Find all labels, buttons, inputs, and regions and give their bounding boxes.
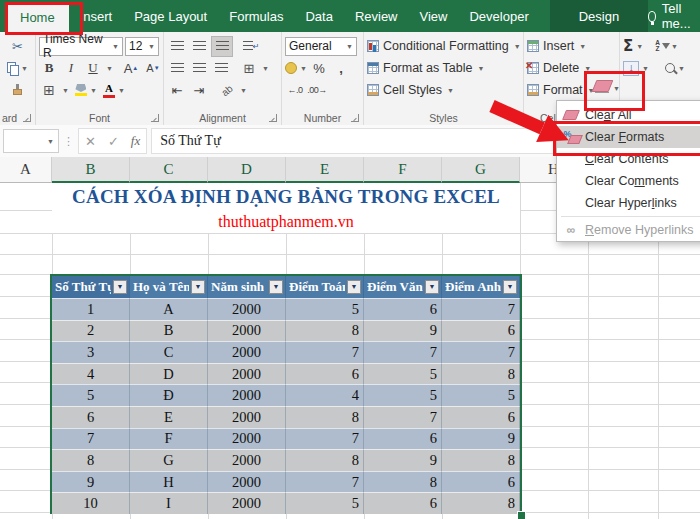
filter-dropdown-button[interactable]: ▼	[503, 280, 517, 294]
increase-decimal-button[interactable]: ←.0	[285, 81, 305, 100]
table-cell[interactable]: 3	[52, 341, 130, 363]
cut-icon[interactable]: ✂	[8, 37, 28, 56]
table-cell[interactable]: 6	[364, 428, 442, 450]
table-cell[interactable]: 8	[286, 406, 364, 428]
column-header-G[interactable]: G	[442, 157, 520, 183]
table-header-cell[interactable]: Họ và Tên▼	[130, 276, 208, 298]
orientation-dropdown-arrow[interactable]: ▼	[240, 87, 247, 94]
table-cell[interactable]: 7	[286, 341, 364, 363]
table-cell[interactable]: 6	[442, 406, 520, 428]
menu-item-clear-all[interactable]: Clear All	[557, 104, 700, 126]
table-header-cell[interactable]: Năm sinh▼	[208, 276, 286, 298]
increase-indent-button[interactable]: ⇥	[189, 81, 209, 100]
font-color-dropdown-arrow[interactable]: ▼	[118, 87, 125, 94]
table-cell[interactable]: I	[130, 492, 208, 514]
filter-dropdown-button[interactable]: ▼	[191, 280, 205, 294]
filter-dropdown-button[interactable]: ▼	[269, 280, 283, 294]
table-cell[interactable]: 6	[442, 320, 520, 342]
tab-review[interactable]: Review	[344, 0, 409, 32]
filter-dropdown-button[interactable]: ▼	[113, 280, 127, 294]
cancel-button[interactable]: ✕	[85, 134, 96, 149]
table-cell[interactable]: 6	[364, 492, 442, 514]
sort-filter-button[interactable]: AZ ▼	[655, 40, 678, 53]
shrink-font-button[interactable]: A▼	[143, 59, 163, 78]
table-header-cell[interactable]: Điểm Anh▼	[442, 276, 520, 298]
table-cell[interactable]: 6	[442, 471, 520, 493]
font-name-combo[interactable]: Times New R▼	[39, 37, 123, 56]
name-box[interactable]: ▼	[3, 129, 59, 153]
align-top-button[interactable]	[167, 37, 187, 56]
table-cell[interactable]: B	[130, 320, 208, 342]
insert-cells-button[interactable]: Insert▼	[527, 36, 586, 57]
table-cell[interactable]: F	[130, 428, 208, 450]
tell-me-button[interactable]: Tell me...	[648, 1, 694, 31]
table-cell[interactable]: 2	[52, 320, 130, 342]
table-cell[interactable]: 4	[286, 384, 364, 406]
table-cell[interactable]: 8	[442, 449, 520, 471]
filter-dropdown-button[interactable]: ▼	[425, 280, 439, 294]
tab-view[interactable]: View	[409, 0, 459, 32]
copy-dropdown-arrow[interactable]: ▼	[21, 65, 28, 72]
fill-color-dropdown-arrow[interactable]: ▼	[90, 87, 97, 94]
table-cell[interactable]: 7	[364, 406, 442, 428]
tab-developer[interactable]: Developer	[458, 0, 539, 32]
menu-item-clear-formats[interactable]: %Clear Formats	[557, 126, 700, 148]
wrap-text-button[interactable]: ↵	[241, 37, 261, 56]
find-select-icon[interactable]	[665, 63, 675, 73]
underline-dropdown-arrow[interactable]: ▼	[106, 65, 113, 72]
formula-bar-splitter[interactable]: ⋮	[63, 135, 74, 148]
table-cell[interactable]: 2000	[208, 384, 286, 406]
tab-data[interactable]: Data	[294, 0, 343, 32]
column-header-C[interactable]: C	[130, 157, 208, 183]
font-dialog-launcher[interactable]	[151, 114, 159, 122]
merge-center-button[interactable]: ⊞	[239, 59, 259, 78]
align-center-button[interactable]	[189, 59, 209, 78]
tab-page-layout[interactable]: Page Layout	[123, 0, 218, 32]
grow-font-button[interactable]: A▲	[121, 59, 141, 78]
tab-insert[interactable]: Insert	[69, 0, 124, 32]
conditional-formatting-button[interactable]: Conditional Formatting▼	[367, 36, 521, 57]
italic-button[interactable]: I	[61, 59, 81, 78]
accounting-format-icon[interactable]	[285, 62, 297, 74]
menu-item-clear-hyperlinks[interactable]: Clear Hyperlinks	[557, 192, 700, 214]
table-cell[interactable]: 5	[286, 298, 364, 320]
table-cell[interactable]: 2000	[208, 320, 286, 342]
table-cell[interactable]: 9	[52, 471, 130, 493]
table-cell[interactable]: 2000	[208, 428, 286, 450]
column-header-B[interactable]: B	[52, 157, 130, 183]
table-cell[interactable]: 2000	[208, 363, 286, 385]
font-color-button[interactable]: A	[103, 83, 115, 98]
percent-style-button[interactable]: %	[309, 59, 329, 78]
table-cell[interactable]: 7	[442, 298, 520, 320]
decrease-indent-button[interactable]: ⇤	[167, 81, 187, 100]
table-cell[interactable]: 6	[364, 298, 442, 320]
table-cell[interactable]: 8	[286, 320, 364, 342]
table-cell[interactable]: H	[130, 471, 208, 493]
table-cell[interactable]: 9	[364, 449, 442, 471]
column-header-D[interactable]: D	[208, 157, 286, 183]
borders-button[interactable]: ⊞	[39, 81, 59, 100]
fill-handle[interactable]	[517, 511, 526, 519]
copy-icon[interactable]	[7, 62, 18, 75]
table-cell[interactable]: 5	[286, 492, 364, 514]
alignment-dialog-launcher[interactable]	[269, 114, 277, 122]
table-cell[interactable]: 7	[52, 428, 130, 450]
table-cell[interactable]: 4	[52, 363, 130, 385]
sheet-subtitle[interactable]: thuthuatphanmem.vn	[218, 213, 354, 231]
merge-dropdown-arrow[interactable]: ▼	[262, 65, 269, 72]
menu-item-clear-contents[interactable]: Clear Contents	[557, 148, 700, 170]
insert-function-button[interactable]: fx	[131, 133, 140, 149]
tab-design[interactable]: Design	[568, 9, 630, 24]
cell-styles-button[interactable]: Cell Styles▼	[367, 80, 454, 101]
align-bottom-button[interactable]	[211, 36, 233, 57]
autosum-button[interactable]: Σ	[623, 37, 633, 55]
table-cell[interactable]: 9	[442, 428, 520, 450]
table-cell[interactable]: 2000	[208, 341, 286, 363]
format-cells-button[interactable]: Format▼	[527, 80, 595, 101]
align-right-button[interactable]	[211, 59, 231, 78]
tab-home[interactable]: Home	[6, 2, 69, 32]
fill-color-button[interactable]	[75, 84, 87, 96]
align-middle-button[interactable]	[189, 37, 209, 56]
table-cell[interactable]: 6	[52, 406, 130, 428]
filter-dropdown-button[interactable]: ▼	[347, 280, 361, 294]
